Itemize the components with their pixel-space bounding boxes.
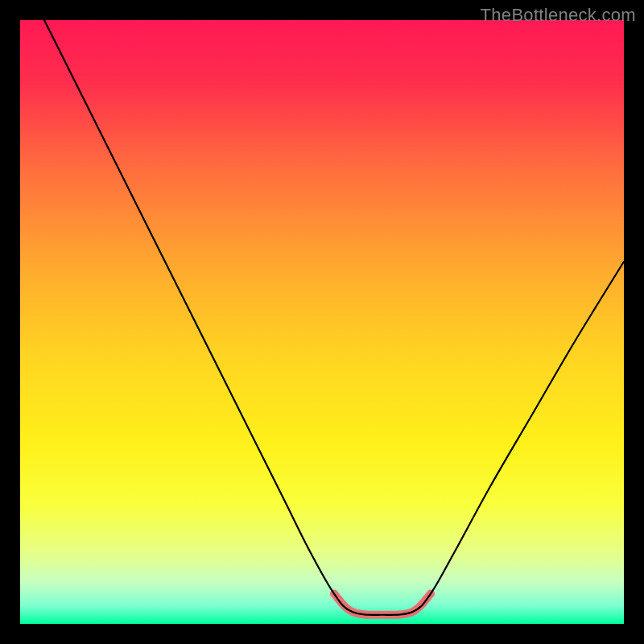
- chart-frame: TheBottleneck.com: [0, 0, 644, 644]
- plot-area: [20, 20, 624, 624]
- bottleneck-chart: [20, 20, 624, 624]
- gradient-background: [20, 20, 624, 624]
- watermark-text: TheBottleneck.com: [481, 5, 636, 26]
